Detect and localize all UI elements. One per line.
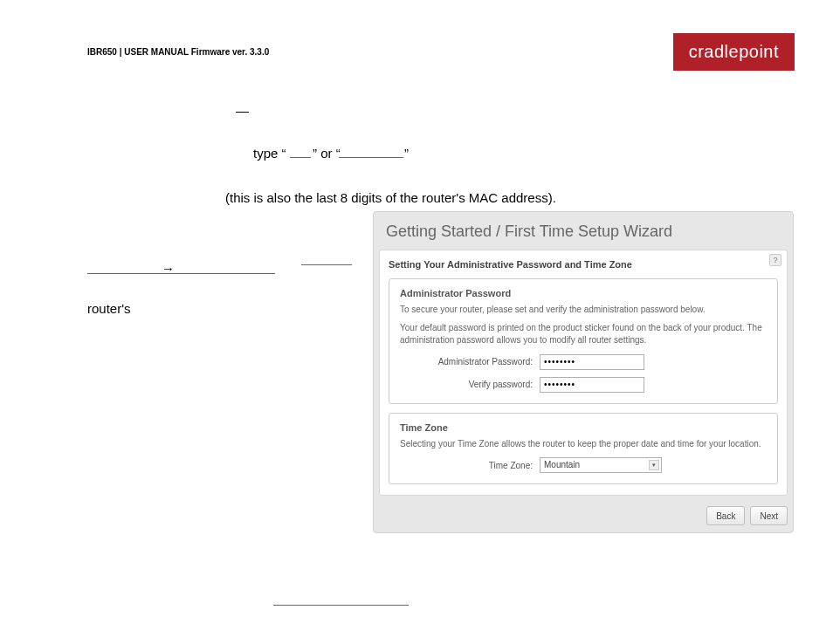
mac-address-note: (this is also the last 8 digits of the r… <box>225 190 556 205</box>
help-icon[interactable]: ? <box>769 254 781 266</box>
timezone-legend: Time Zone <box>400 422 767 433</box>
em-dash-text: — <box>236 103 249 118</box>
admin-password-legend: Administrator Password <box>400 288 767 298</box>
arrow-symbol: → <box>162 261 175 276</box>
underline-segment-2 <box>87 262 275 274</box>
blank-field-2 <box>339 146 403 158</box>
brand-logo: cradlepoint <box>673 33 795 71</box>
timezone-select[interactable]: Mountain ▾ <box>540 457 662 473</box>
timezone-label: Time Zone: <box>400 461 540 470</box>
wizard-button-row: Back Next <box>374 501 793 532</box>
blank-field-1 <box>290 146 311 158</box>
underline-segment-1 <box>301 253 352 265</box>
verify-password-input[interactable] <box>540 377 644 393</box>
next-button[interactable]: Next <box>750 506 788 525</box>
timezone-row: Time Zone: Mountain ▾ <box>400 457 767 473</box>
setup-wizard-panel: Getting Started / First Time Setup Wizar… <box>373 211 794 533</box>
timezone-select-value: Mountain <box>544 460 580 469</box>
admin-password-text-1: To secure your router, please set and ve… <box>400 304 767 317</box>
verify-password-label: Verify password: <box>400 380 540 389</box>
wizard-card: ? Setting Your Administrative Password a… <box>379 250 788 496</box>
doc-title: IBR650 | USER MANUAL Firmware ver. 3.3.0 <box>87 47 269 57</box>
chevron-down-icon: ▾ <box>649 460 659 470</box>
timezone-text: Selecting your Time Zone allows the rout… <box>400 438 767 451</box>
admin-password-text-2: Your default password is printed on the … <box>400 322 767 347</box>
admin-password-input[interactable] <box>540 354 644 370</box>
wizard-card-heading: Setting Your Administrative Password and… <box>389 259 778 270</box>
admin-password-fieldset: Administrator Password To secure your ro… <box>389 278 778 404</box>
admin-password-row: Administrator Password: <box>400 354 767 370</box>
routers-text: router's <box>87 301 131 316</box>
timezone-fieldset: Time Zone Selecting your Time Zone allow… <box>389 413 778 485</box>
admin-password-label: Administrator Password: <box>400 357 540 367</box>
page-header: IBR650 | USER MANUAL Firmware ver. 3.3.0… <box>87 33 795 71</box>
verify-password-row: Verify password: <box>400 377 767 393</box>
type-text-mid: ” or “ <box>313 146 341 161</box>
wizard-title: Getting Started / First Time Setup Wizar… <box>374 212 793 250</box>
back-button[interactable]: Back <box>706 506 745 525</box>
underline-segment-footer <box>273 593 409 606</box>
type-text-prefix: type “ <box>253 146 286 161</box>
type-text-suffix: ” <box>404 146 409 161</box>
